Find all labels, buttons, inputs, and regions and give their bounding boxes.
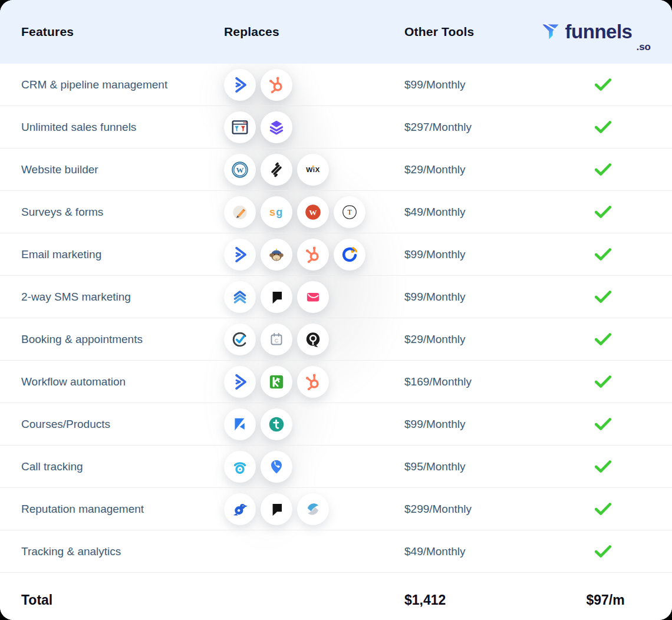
other-tools-total: $1,412 (404, 592, 546, 608)
kajabi-icon (224, 408, 256, 440)
other-tools-price: $95/Monthly (404, 460, 546, 473)
teachable-icon (261, 408, 292, 440)
table-row: Website builder WWiX $29/Monthly (0, 148, 672, 190)
other-tools-price: $49/Monthly (404, 545, 546, 558)
activecampaign-icon (224, 239, 256, 271)
salesmsg-icon (224, 281, 256, 313)
other-tools-price: $99/Monthly (404, 78, 546, 91)
replaces-icons (224, 493, 404, 525)
feature-label: Courses/Products (0, 418, 224, 431)
svg-text:C: C (275, 337, 279, 343)
svg-text:W: W (309, 207, 317, 216)
svg-text:T: T (347, 209, 351, 216)
brand-name: funnels (565, 21, 633, 43)
feature-label: Workflow automation (0, 375, 224, 388)
birdeye-icon (224, 493, 256, 525)
feature-label: 2-way SMS marketing (0, 291, 224, 304)
other-tools-price: $29/Monthly (404, 163, 546, 176)
table-row: CRM & pipeline management $99/Monthly (0, 64, 672, 105)
funnels-included-cell (540, 545, 666, 558)
funnels-included-cell (540, 375, 666, 388)
other-tools-price: $29/Monthly (404, 333, 546, 346)
wordpress-icon: W (224, 154, 256, 186)
funnel-logo-icon (540, 21, 561, 42)
table-body: CRM & pipeline management $99/Monthly Un… (0, 64, 672, 572)
replaces-icons (224, 111, 404, 143)
review-swoosh-icon (297, 493, 329, 525)
feature-label: Website builder (0, 163, 224, 176)
table-row: Reputation management $299/Monthly (0, 487, 672, 530)
funnels-logo: funnels .so (540, 0, 651, 64)
checkmark-icon (594, 545, 612, 558)
funnels-included-cell (540, 248, 666, 261)
replaces-icons (224, 69, 404, 101)
brand-suffix: .so (636, 41, 651, 53)
funnels-included-cell (540, 290, 666, 304)
table-header: Features Replaces Other Tools funnels .s… (0, 0, 672, 64)
funnels-included-cell (540, 163, 666, 176)
svg-text:s: s (269, 206, 275, 218)
other-tools-column-header: Other Tools (404, 25, 546, 39)
setmore-icon (224, 324, 256, 355)
feature-label: Call tracking (0, 460, 224, 473)
keap-icon (261, 366, 292, 398)
constant-contact-icon (334, 239, 365, 271)
pink-envelope-icon (297, 281, 329, 313)
replaces-icons (224, 408, 404, 440)
checkmark-icon (594, 78, 612, 91)
feature-label: Booking & appointments (0, 333, 224, 346)
checkmark-icon (594, 417, 612, 431)
checkmark-icon (594, 375, 612, 388)
feature-label: Unlimited sales funnels (0, 121, 224, 134)
activecampaign-icon (224, 366, 256, 398)
replaces-icons: C (224, 324, 404, 355)
comparison-table: Features Replaces Other Tools funnels .s… (0, 0, 672, 620)
other-tools-price: $299/Monthly (404, 503, 546, 516)
other-tools-price: $49/Monthly (404, 206, 546, 219)
features-column-header: Features (0, 25, 224, 39)
table-row: Courses/Products $99/Monthly (0, 403, 672, 445)
funnels-included-cell (540, 120, 666, 134)
table-row: 2-way SMS marketing $99/Monthly (0, 275, 672, 318)
replaces-icons (224, 239, 404, 271)
feature-label: Surveys & forms (0, 206, 224, 219)
feature-label: Tracking & analytics (0, 545, 224, 558)
jotform-icon (224, 196, 256, 228)
hubspot-icon (297, 366, 329, 398)
feature-label: Email marketing (0, 248, 224, 261)
replaces-column-header: Replaces (224, 25, 404, 39)
table-row: Unlimited sales funnels $297/Monthly (0, 105, 672, 148)
replaces-icons: WWiX (224, 154, 404, 186)
wix-icon: WiX (297, 154, 329, 186)
table-row: Call tracking $95/Monthly (0, 445, 672, 487)
funnels-included-cell (540, 78, 666, 91)
podium-icon (261, 493, 292, 525)
checkmark-icon (594, 163, 612, 176)
checkmark-icon (594, 460, 612, 473)
podium-icon (261, 281, 292, 313)
funnels-included-cell (540, 502, 666, 516)
total-row: Total $1,412 $97/m (0, 572, 672, 620)
replaces-icons (224, 366, 404, 398)
surveygizmo-icon: sg (261, 196, 292, 228)
funnels-included-cell (540, 332, 666, 346)
table-row: Workflow automation $169/Monthly (0, 360, 672, 403)
hubspot-icon (297, 239, 329, 271)
table-row: Surveys & forms sgWT $49/Monthly (0, 190, 672, 233)
funnels-included-cell (540, 417, 666, 431)
checkmark-icon (594, 502, 612, 516)
checkmark-icon (594, 120, 612, 134)
svg-text:W: W (236, 166, 244, 174)
feature-label: Reputation management (0, 503, 224, 516)
acuity-icon (297, 324, 329, 355)
table-row: Email marketing $99/Monthly (0, 233, 672, 275)
other-tools-price: $99/Monthly (404, 248, 546, 261)
table-row: Booking & appointments C $29/Monthly (0, 318, 672, 360)
funnels-included-cell (540, 460, 666, 473)
svg-text:g: g (276, 206, 282, 218)
activecampaign-icon (224, 69, 256, 101)
mailchimp-icon (261, 239, 292, 271)
other-tools-price: $297/Monthly (404, 121, 546, 134)
checkmark-icon (594, 332, 612, 346)
replaces-icons (224, 281, 404, 313)
